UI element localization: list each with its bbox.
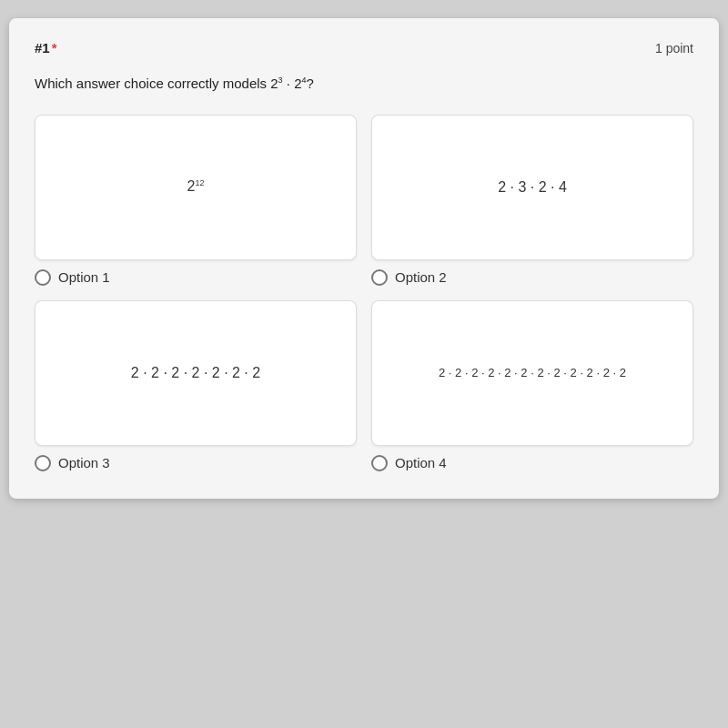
option-4-content: 2 · 2 · 2 · 2 · 2 · 2 · 2 · 2 · 2 · 2 · … xyxy=(439,366,626,379)
option-3-radio[interactable] xyxy=(35,455,51,471)
option-3-label: Option 3 xyxy=(58,455,110,470)
option-3-content: 2 · 2 · 2 · 2 · 2 · 2 · 2 xyxy=(131,365,260,381)
option-1-label: Option 1 xyxy=(58,269,110,285)
option-3-label-row: Option 3 xyxy=(35,455,110,471)
option-1-content: 212 xyxy=(187,178,205,195)
question-number: #1* xyxy=(35,40,57,56)
option-2-radio[interactable] xyxy=(371,269,388,286)
option-3-box[interactable]: 2 · 2 · 2 · 2 · 2 · 2 · 2 xyxy=(35,300,357,446)
question-text: Which answer choice correctly models 23 … xyxy=(35,74,693,95)
points-label: 1 point xyxy=(655,41,693,56)
quiz-card: #1* 1 point Which answer choice correctl… xyxy=(9,18,719,499)
option-4-item: 2 · 2 · 2 · 2 · 2 · 2 · 2 · 2 · 2 · 2 · … xyxy=(371,300,693,471)
option-2-content: 2 · 3 · 2 · 4 xyxy=(498,179,567,196)
option-2-label-row: Option 2 xyxy=(371,269,447,286)
option-4-label: Option 4 xyxy=(395,455,447,470)
option-1-item: 212 Option 1 xyxy=(35,115,357,286)
option-4-box[interactable]: 2 · 2 · 2 · 2 · 2 · 2 · 2 · 2 · 2 · 2 · … xyxy=(371,300,693,446)
option-2-box[interactable]: 2 · 3 · 2 · 4 xyxy=(371,115,693,260)
option-1-label-row: Option 1 xyxy=(35,269,110,286)
required-indicator: * xyxy=(52,40,57,56)
options-grid: 212 Option 1 2 · 3 · 2 · 4 Option 2 xyxy=(35,115,693,471)
option-4-radio[interactable] xyxy=(371,455,388,471)
option-1-box[interactable]: 212 xyxy=(35,115,357,260)
option-1-radio[interactable] xyxy=(35,269,51,286)
option-4-label-row: Option 4 xyxy=(371,455,447,471)
option-3-item: 2 · 2 · 2 · 2 · 2 · 2 · 2 Option 3 xyxy=(35,300,357,471)
option-2-item: 2 · 3 · 2 · 4 Option 2 xyxy=(371,115,693,286)
question-header: #1* 1 point xyxy=(35,40,693,56)
option-2-label: Option 2 xyxy=(395,269,447,285)
